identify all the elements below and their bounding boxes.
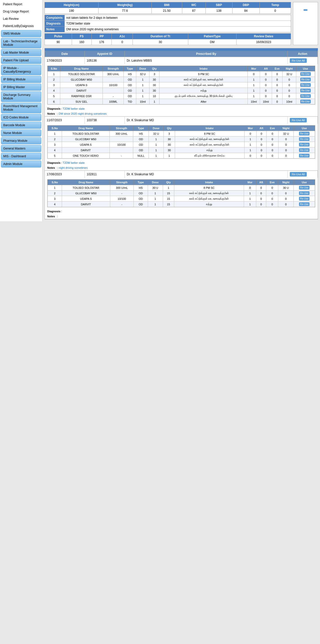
drug-strength: -	[103, 93, 124, 99]
drug-eve: 0	[266, 191, 278, 196]
last-visit-section: Height(cm)Weight(kg)BMIWCSBPDBPTemp 1907…	[44, 2, 318, 45]
drug-row: 1 TOUJEO SOLOSTAR 300 U/mL HS 32 U 3 9 P…	[48, 71, 315, 77]
reuse-button[interactable]: Re-Use	[299, 202, 310, 206]
appt-date: 17/06/2023	[45, 171, 85, 178]
drug-header-dose: Dose	[148, 180, 163, 185]
drug-dose: 1	[149, 136, 164, 142]
vitals-header-wc: WC	[182, 2, 206, 8]
sidebar-item-sms-module[interactable]: SMS Module	[1, 30, 41, 37]
drug-qty: 30	[164, 147, 175, 153]
diagnosis-label: Diagnosis	[47, 107, 60, 110]
sidebar-item-patient-file-upload[interactable]: Patient File Upload	[1, 57, 41, 64]
drug-aft: 0	[256, 185, 266, 191]
second-vitals-header: FS	[72, 34, 92, 39]
sidebar-item-admin-module[interactable]: Admin Module	[1, 160, 41, 168]
reuse-button[interactable]: Re-Use	[300, 94, 311, 98]
appt-id: 105136	[85, 57, 125, 64]
second-vitals-header: A1c	[112, 34, 132, 39]
drug-intake: After	[160, 99, 248, 104]
second-vitals-header: PP	[92, 34, 112, 39]
drug-strength: -	[110, 153, 133, 158]
drug-dose: 1	[148, 202, 163, 207]
reuse-button[interactable]: Re-Use	[299, 186, 310, 190]
drug-night: 0	[278, 191, 294, 196]
drug-type: OD	[134, 196, 148, 202]
reuse-all-button[interactable]: Re-Use All	[290, 172, 307, 177]
complaint-value: not taken tablets for 2 days in between	[65, 15, 291, 21]
notes-label: Notes	[47, 112, 55, 115]
drug-use: Re-Use	[294, 131, 315, 136]
drug-sno: 5	[48, 153, 62, 158]
drug-dose: 1	[136, 88, 149, 93]
drug-intake: சுகர் கட்டுக்குள் வர, உணவுக்குபின்	[160, 82, 248, 88]
drug-sno: 1	[48, 71, 60, 77]
reuse-all-button[interactable]: Re-Use All	[290, 58, 307, 63]
second-vitals-cell: 176	[92, 39, 112, 45]
sidebar-item-ip-module---casualty/emergency[interactable]: IP Module - Casualty/Emergency	[1, 65, 41, 75]
drug-dose: 1	[148, 196, 163, 202]
sidebar-item-icd-codes-module[interactable]: ICD Codes Module	[1, 114, 41, 121]
sidebar-item-ip-billing-module[interactable]: IP Billing Module	[1, 76, 41, 83]
drug-use: Re-Use	[296, 93, 315, 99]
sidebar-item-pharmacy-module[interactable]: Pharmacy Module	[1, 137, 41, 144]
reuse-button[interactable]: Re-Use	[299, 154, 310, 157]
drug-strength: 10/100	[103, 82, 124, 88]
reuse-button[interactable]: Re-Use	[299, 148, 310, 152]
drug-intake: சுகர் கட்டுக்குள் வர, உணவுக்குபின்	[160, 77, 248, 82]
drug-mor: 0	[248, 71, 260, 77]
reuse-button[interactable]: Re-Use	[299, 132, 310, 135]
drug-name: UDAPA S	[62, 142, 110, 147]
drug-header-strength: Strength	[110, 180, 134, 185]
complaint-value: DM since 2020 night driving sometimes	[65, 27, 291, 32]
sidebar-item-nurse-module[interactable]: Nurse Module	[1, 129, 41, 136]
drug-aft: 0	[260, 88, 272, 93]
drug-table-wrap: S.No Drug Name Strength Type Dose Qty In…	[47, 66, 315, 105]
sidebar-item-room/ward-management-module[interactable]: Room/Ward Management Module	[1, 103, 41, 113]
lab-view-button[interactable]	[304, 9, 308, 11]
sidebar-item-discharge-summary-module[interactable]: Discharge Summary Module	[1, 91, 41, 102]
sidebar-item-lab---technician/incharge-module[interactable]: Lab - Technician/Incharge Module	[1, 38, 41, 48]
drug-intake: சுகர் கட்டுக்குள் வர, உணவுக்குபின்	[174, 196, 244, 202]
drug-eve: 0	[272, 99, 282, 104]
vitals-cell: 138	[206, 8, 232, 14]
reuse-all-button[interactable]: Re-Use All	[290, 118, 307, 122]
reuse-button[interactable]: Re-Use	[299, 191, 310, 195]
drug-header-type: Type	[133, 126, 149, 131]
reuse-button[interactable]: Re-Use	[300, 100, 311, 103]
vitals-header-sbp: SBP	[206, 2, 232, 8]
drug-qty: 15	[163, 196, 174, 202]
sidebar-item-barcode-module[interactable]: Barcode Module	[1, 122, 41, 129]
drug-name: SUV GEL	[60, 99, 103, 104]
sidebar-item-lab-master-module[interactable]: Lab Master Module	[1, 49, 41, 56]
drug-dose: 1	[149, 142, 164, 147]
notes-row: Notes : DM since 2020 night driving some…	[45, 111, 318, 116]
drug-header-mor: Mor	[244, 180, 256, 185]
drug-eve: 0	[266, 136, 278, 142]
drug-name: DARVIT	[60, 88, 103, 93]
second-vitals-header: PatientType	[188, 34, 236, 39]
drug-sno: 4	[48, 147, 62, 153]
drug-type: HS	[124, 71, 136, 77]
drug-mor: 1	[244, 191, 256, 196]
drug-aft: 0	[256, 191, 266, 196]
reuse-button[interactable]: Re-Use	[299, 137, 310, 141]
reuse-button[interactable]: Re-Use	[300, 72, 311, 76]
reuse-button[interactable]: Re-Use	[300, 78, 311, 81]
sidebar-item-mis---dashboard[interactable]: MIS - Dashboard	[1, 153, 41, 160]
drug-row: 1 TOUJEO SOLOSTAR 300 U/mL HS 32 U 3 8 P…	[48, 131, 315, 136]
sidebar-item-ip-billing-master[interactable]: IP Billing Master	[1, 84, 41, 91]
drug-header-aft: Aft	[260, 66, 272, 71]
vitals-header-height-cm-: Height(cm)	[45, 2, 98, 8]
drug-table: S.No Drug Name Strength Type Dose Qty In…	[48, 66, 315, 104]
drug-eve: 0	[266, 147, 278, 153]
reuse-button[interactable]: Re-Use	[299, 197, 310, 201]
sidebar-item-general-masters[interactable]: General Masters	[1, 145, 41, 152]
drug-type: OD	[133, 136, 149, 142]
reuse-button[interactable]: Re-Use	[300, 89, 311, 92]
reuse-button[interactable]: Re-Use	[300, 83, 311, 87]
notes-label: Notes	[47, 166, 55, 169]
drug-name: RABIFREE DSR	[60, 93, 103, 99]
drug-sno: 3	[48, 196, 62, 202]
drug-dose: 1	[136, 77, 149, 82]
reuse-button[interactable]: Re-Use	[299, 143, 310, 146]
